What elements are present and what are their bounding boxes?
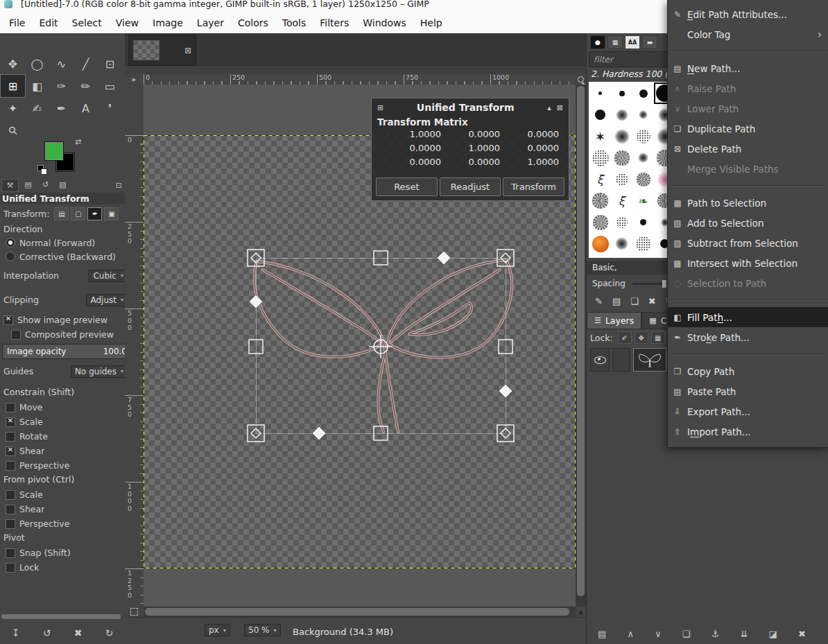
shear-handle[interactable] [499, 384, 512, 398]
menu-item-copy-path[interactable]: ❐Copy Path [668, 361, 828, 381]
quick-mask-toggle[interactable] [125, 607, 144, 617]
slider-thumb[interactable] [662, 280, 666, 288]
scrollbar-thumb[interactable] [145, 608, 569, 616]
tool-bucket-fill[interactable]: ◧ [25, 75, 49, 97]
tab-device-status[interactable]: ▤ [20, 179, 36, 191]
shear-handle[interactable] [437, 251, 451, 265]
checkbox-icon[interactable] [6, 490, 15, 500]
brush-dot[interactable] [632, 82, 654, 104]
brush-dot[interactable] [611, 82, 632, 104]
tool-ellipse-select[interactable]: ◯ [25, 53, 49, 75]
dock-scrollbar[interactable] [1, 614, 121, 619]
menu-item-stroke-path[interactable]: ✒Stroke Path... [668, 327, 828, 347]
interpolation-combo[interactable]: Cubic▾ [89, 270, 128, 282]
lock-alpha[interactable]: ▦ [651, 331, 665, 344]
constrain-move[interactable]: Move [0, 400, 124, 415]
tool-eraser[interactable]: ▭ [98, 75, 122, 97]
menu-file[interactable]: File [2, 14, 32, 32]
brush-soft[interactable] [611, 104, 632, 125]
direction-normal-forward[interactable]: Normal (Forward) [0, 236, 124, 250]
delete-layer[interactable]: ✖ [798, 629, 806, 639]
menu-edit[interactable]: Edit [32, 14, 64, 32]
tool-text[interactable]: A [74, 97, 98, 119]
tool-airbrush[interactable]: ✦ [1, 97, 25, 119]
from-pivot-scale[interactable]: Scale [0, 487, 124, 502]
visibility-toggle[interactable] [590, 348, 610, 372]
checkbox-icon[interactable] [6, 548, 15, 558]
menu-item-new-path[interactable]: ▤New Path... [668, 58, 828, 78]
lock-position[interactable]: ✥ [635, 331, 648, 344]
unit-combo[interactable]: px▾ [205, 624, 230, 636]
show-image-preview-row[interactable]: Show image preview [0, 313, 131, 327]
brush-script[interactable]: ξ [611, 190, 632, 211]
tool-free-select[interactable]: ∿ [49, 53, 74, 75]
fonts-tab[interactable]: AA [625, 35, 640, 49]
configure-tab-icon[interactable]: ⊡ [116, 181, 122, 190]
brush-speck[interactable] [611, 168, 632, 190]
link-toggle[interactable] [612, 348, 630, 372]
tool-paths[interactable]: ✒ [49, 97, 74, 119]
save-tool-options[interactable]: ↧ [12, 627, 20, 638]
brush-script[interactable]: ξ [589, 168, 611, 190]
horizontal-ruler[interactable]: 02505007501000 [144, 74, 576, 85]
transform-button[interactable]: Transform [503, 177, 564, 196]
tab-undo-history[interactable]: ↺ [37, 179, 53, 191]
menu-layer[interactable]: Layer [190, 14, 231, 32]
composited-preview-row[interactable]: Composited preview [0, 328, 139, 341]
raise-layer[interactable]: ∧ [627, 629, 634, 639]
delete-tool-options[interactable]: ✖ [74, 627, 83, 638]
menu-item-paste-path[interactable]: ▤Paste Path [668, 381, 828, 401]
brush-speck[interactable] [632, 233, 654, 254]
transform-target-selection[interactable]: ▢ [71, 207, 85, 220]
brush-speck[interactable] [611, 211, 632, 233]
tab-tool-options[interactable]: ⚒ [1, 179, 19, 192]
brush-tex[interactable] [611, 147, 632, 168]
menu-tools[interactable]: Tools [275, 14, 313, 32]
menu-windows[interactable]: Windows [356, 14, 413, 32]
menu-item-path-to-selection[interactable]: ▦Path to Selection [668, 193, 828, 213]
lock-pixels[interactable]: ✐ [618, 331, 632, 344]
brushes-tab[interactable]: ● [590, 35, 605, 49]
restore-tool-options[interactable]: ↺ [43, 627, 51, 638]
ruler-origin[interactable]: ▶ [125, 74, 144, 85]
brush-soft[interactable] [611, 125, 632, 147]
menu-item-export-path[interactable]: ⇩Export Path... [668, 401, 828, 421]
checkbox-icon[interactable] [6, 563, 15, 573]
direction-corrective-backward[interactable]: Corrective (Backward) [0, 250, 124, 263]
reset-button[interactable]: Reset [376, 177, 438, 196]
reset-tool-options[interactable]: ↻ [105, 627, 114, 638]
tool-move[interactable]: ✥ [1, 53, 25, 75]
radio-icon[interactable] [6, 238, 15, 247]
image-tab[interactable]: ⊠ [128, 35, 196, 66]
gradients-tab[interactable]: ▬ [642, 35, 657, 49]
checkbox-icon[interactable] [6, 519, 15, 529]
merge-down[interactable]: ⇊ [741, 629, 748, 639]
scrollbar-thumb[interactable] [577, 86, 585, 596]
menu-item-subtract-from-selection[interactable]: ▨Subtract from Selection [668, 233, 828, 253]
transform-target-image[interactable]: ▣ [104, 207, 119, 220]
brush-soft[interactable] [632, 147, 654, 168]
brush-dot[interactable] [632, 211, 654, 233]
patterns-tab[interactable]: ▦ [607, 35, 623, 49]
brush-tex[interactable] [632, 168, 654, 190]
duplicate-layer[interactable]: ❏ [682, 629, 691, 639]
constrain-shear[interactable]: Shear [0, 444, 124, 458]
brush-sprout[interactable]: ❧ [632, 190, 654, 211]
brush-speck[interactable] [632, 125, 654, 147]
menu-image[interactable]: Image [146, 14, 190, 32]
close-icon[interactable]: ⊠ [184, 46, 191, 55]
guides-combo[interactable]: No guides▾ [71, 365, 128, 378]
constrain-rotate[interactable]: Rotate [0, 429, 124, 444]
checkbox-icon[interactable] [6, 461, 15, 471]
menu-view[interactable]: View [109, 14, 146, 32]
delete-brush[interactable]: ✖ [648, 296, 656, 306]
navigation-button[interactable]: ▲ [576, 607, 586, 617]
pivot-snap-shift[interactable]: Snap (Shift) [0, 546, 124, 560]
tab-images[interactable]: ▧ [55, 179, 71, 191]
composited-preview-checkbox[interactable] [11, 330, 21, 340]
brush-tex[interactable] [589, 211, 611, 233]
pivot-lock[interactable]: Lock [0, 560, 124, 575]
tool-color-picker[interactable]: ❜ [98, 97, 122, 119]
show-image-preview-checkbox[interactable] [3, 315, 13, 325]
duplicate-brush[interactable]: ❏ [630, 296, 639, 306]
